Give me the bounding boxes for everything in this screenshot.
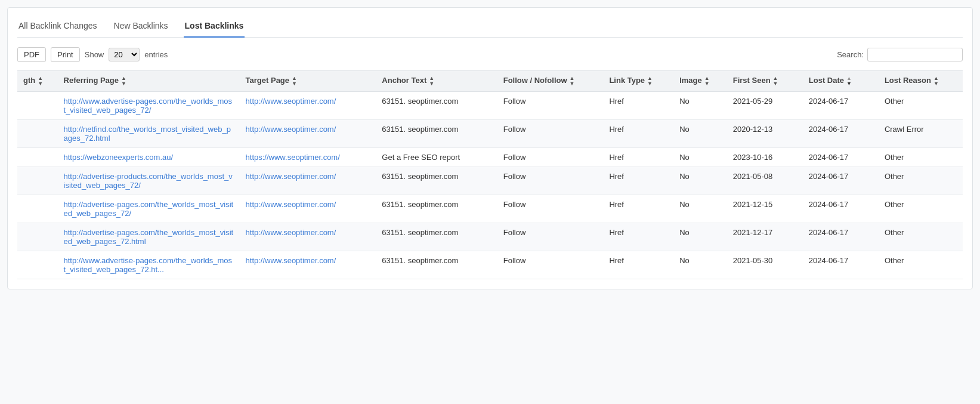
cell-referring: https://webzoneexperts.com.au/ bbox=[58, 148, 240, 167]
table-row: http://advertise-pages.com/the_worlds_mo… bbox=[17, 195, 963, 223]
target-link[interactable]: http://www.seoptimer.com/ bbox=[246, 125, 336, 134]
header-row: gth▲▼Referring Page▲▼Target Page▲▼Anchor… bbox=[17, 71, 963, 92]
col-header-lostdate[interactable]: Lost Date▲▼ bbox=[803, 71, 879, 92]
col-label-image: Image bbox=[679, 76, 702, 85]
cell-target: http://www.seoptimer.com/ bbox=[240, 167, 376, 195]
target-link[interactable]: http://www.seoptimer.com/ bbox=[246, 97, 336, 106]
cell-referring: http://advertise-pages.com/the_worlds_mo… bbox=[58, 195, 240, 223]
col-header-linktype[interactable]: Link Type▲▼ bbox=[603, 71, 673, 92]
target-link[interactable]: http://www.seoptimer.com/ bbox=[246, 200, 336, 209]
pdf-button[interactable]: PDF bbox=[17, 47, 46, 62]
referring-link[interactable]: https://webzoneexperts.com.au/ bbox=[64, 153, 174, 162]
col-label-linktype: Link Type bbox=[609, 76, 645, 85]
cell-linktype: Href bbox=[603, 92, 673, 120]
cell-lostreason: Other bbox=[879, 223, 963, 251]
cell-lostdate: 2024-06-17 bbox=[803, 92, 879, 120]
sort-icon-linktype: ▲▼ bbox=[647, 76, 653, 87]
target-link[interactable]: http://www.seoptimer.com/ bbox=[246, 256, 336, 265]
cell-target: http://www.seoptimer.com/ bbox=[240, 92, 376, 120]
cell-anchor: 63151. seoptimer.com bbox=[376, 251, 497, 279]
col-label-follow: Follow / Nofollow bbox=[503, 76, 567, 85]
cell-linktype: Href bbox=[603, 167, 673, 195]
referring-link[interactable]: http://advertise-pages.com/the_worlds_mo… bbox=[64, 200, 234, 218]
col-label-anchor: Anchor Text bbox=[382, 76, 426, 85]
cell-target: https://www.seoptimer.com/ bbox=[240, 148, 376, 167]
cell-referring: http://netfind.co/the_worlds_most_visite… bbox=[58, 120, 240, 148]
col-header-target[interactable]: Target Page▲▼ bbox=[240, 71, 376, 92]
col-label-firstseen: First Seen bbox=[733, 76, 771, 85]
cell-target: http://www.seoptimer.com/ bbox=[240, 120, 376, 148]
referring-link[interactable]: http://advertise-pages.com/the_worlds_mo… bbox=[64, 228, 234, 246]
cell-anchor: 63151. seoptimer.com bbox=[376, 223, 497, 251]
cell-follow: Follow bbox=[497, 167, 604, 195]
sort-icon-gth: ▲▼ bbox=[38, 76, 43, 87]
cell-image: No bbox=[673, 167, 727, 195]
target-link[interactable]: http://www.seoptimer.com/ bbox=[246, 172, 336, 181]
cell-referring: http://www.advertise-pages.com/the_world… bbox=[58, 251, 240, 279]
cell-lostreason: Other bbox=[879, 148, 963, 167]
entries-select[interactable]: 102050100 bbox=[109, 48, 140, 61]
col-header-anchor[interactable]: Anchor Text▲▼ bbox=[376, 71, 497, 92]
col-label-referring: Referring Page bbox=[64, 76, 119, 85]
col-header-firstseen[interactable]: First Seen▲▼ bbox=[727, 71, 803, 92]
cell-lostreason: Crawl Error bbox=[879, 120, 963, 148]
cell-lostreason: Other bbox=[879, 167, 963, 195]
referring-link[interactable]: http://www.advertise-pages.com/the_world… bbox=[64, 256, 233, 274]
cell-follow: Follow bbox=[497, 92, 604, 120]
cell-lostdate: 2024-06-17 bbox=[803, 223, 879, 251]
tab-all[interactable]: All Backlink Changes bbox=[17, 17, 98, 38]
cell-image: No bbox=[673, 92, 727, 120]
sort-icon-image: ▲▼ bbox=[704, 76, 710, 87]
sort-icon-follow: ▲▼ bbox=[570, 76, 575, 87]
cell-firstseen: 2020-12-13 bbox=[727, 120, 803, 148]
cell-target: http://www.seoptimer.com/ bbox=[240, 251, 376, 279]
cell-firstseen: 2021-05-29 bbox=[727, 92, 803, 120]
cell-lostdate: 2024-06-17 bbox=[803, 120, 879, 148]
tab-new[interactable]: New Backlinks bbox=[113, 17, 169, 38]
cell-anchor: 63151. seoptimer.com bbox=[376, 120, 497, 148]
cell-firstseen: 2021-05-30 bbox=[727, 251, 803, 279]
tab-lost[interactable]: Lost Backlinks bbox=[184, 17, 245, 38]
sort-icon-target: ▲▼ bbox=[292, 76, 297, 87]
cell-linktype: Href bbox=[603, 195, 673, 223]
search-area: Search: bbox=[837, 48, 963, 61]
show-label: Show bbox=[85, 50, 104, 59]
cell-referring: http://advertise-pages.com/the_worlds_mo… bbox=[58, 223, 240, 251]
referring-link[interactable]: http://www.advertise-pages.com/the_world… bbox=[64, 97, 233, 115]
cell-image: No bbox=[673, 120, 727, 148]
cell-lostreason: Other bbox=[879, 92, 963, 120]
cell-lostreason: Other bbox=[879, 195, 963, 223]
cell-target: http://www.seoptimer.com/ bbox=[240, 223, 376, 251]
cell-firstseen: 2021-05-08 bbox=[727, 167, 803, 195]
table-header: gth▲▼Referring Page▲▼Target Page▲▼Anchor… bbox=[17, 71, 963, 92]
cell-firstseen: 2021-12-15 bbox=[727, 195, 803, 223]
col-header-image[interactable]: Image▲▼ bbox=[673, 71, 727, 92]
cell-gth bbox=[17, 195, 58, 223]
target-link[interactable]: http://www.seoptimer.com/ bbox=[246, 228, 336, 237]
table-row: http://www.advertise-pages.com/the_world… bbox=[17, 92, 963, 120]
search-input[interactable] bbox=[867, 48, 963, 61]
cell-image: No bbox=[673, 148, 727, 167]
target-link[interactable]: https://www.seoptimer.com/ bbox=[246, 153, 340, 162]
referring-link[interactable]: http://advertise-products.com/the_worlds… bbox=[64, 172, 233, 190]
cell-anchor: 63151. seoptimer.com bbox=[376, 167, 497, 195]
cell-follow: Follow bbox=[497, 223, 604, 251]
col-header-gth[interactable]: gth▲▼ bbox=[17, 71, 58, 92]
col-header-lostreason[interactable]: Lost Reason▲▼ bbox=[879, 71, 963, 92]
table-row: http://advertise-pages.com/the_worlds_mo… bbox=[17, 223, 963, 251]
cell-gth bbox=[17, 120, 58, 148]
toolbar: PDF Print Show 102050100 entries Search: bbox=[17, 47, 963, 62]
col-label-lostreason: Lost Reason bbox=[885, 76, 931, 85]
cell-firstseen: 2021-12-17 bbox=[727, 223, 803, 251]
cell-referring: http://www.advertise-pages.com/the_world… bbox=[58, 92, 240, 120]
col-header-referring[interactable]: Referring Page▲▼ bbox=[58, 71, 240, 92]
cell-gth bbox=[17, 223, 58, 251]
col-label-target: Target Page bbox=[246, 76, 289, 85]
sort-icon-referring: ▲▼ bbox=[121, 76, 126, 87]
cell-gth bbox=[17, 92, 58, 120]
cell-follow: Follow bbox=[497, 148, 604, 167]
cell-follow: Follow bbox=[497, 195, 604, 223]
referring-link[interactable]: http://netfind.co/the_worlds_most_visite… bbox=[64, 125, 231, 143]
print-button[interactable]: Print bbox=[51, 47, 80, 62]
col-header-follow[interactable]: Follow / Nofollow▲▼ bbox=[497, 71, 604, 92]
